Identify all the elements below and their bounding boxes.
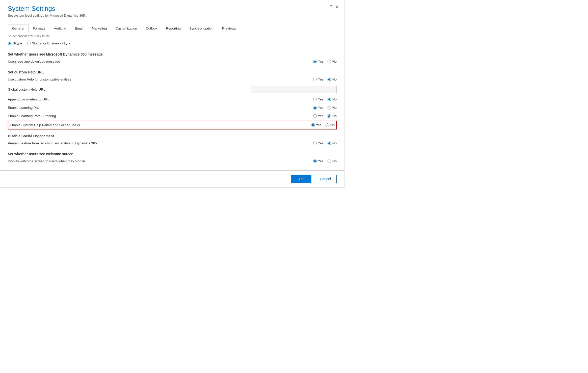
yes-radio-app_download[interactable] (313, 60, 317, 63)
yes-option-prevent_social_data[interactable]: Yes (313, 141, 324, 145)
setting-row-display_welcome: Display welcome screen to users when the… (8, 157, 337, 165)
no-radio-enable_learning_path_authoring[interactable] (328, 114, 331, 118)
setting-control-app_download: YesNo (296, 60, 337, 63)
setting-control-enable_custom_help_panes: YesNo (294, 123, 335, 127)
yes-option-app_download[interactable]: Yes (313, 60, 324, 63)
no-radio-enable_custom_help_panes[interactable] (326, 123, 329, 127)
section-social_engagement: Disable Social EngagementPrevent feature… (8, 134, 337, 147)
no-option-prevent_social_data[interactable]: No (328, 141, 337, 145)
setting-label-prevent_social_data: Prevent feature from receiving social da… (8, 141, 296, 145)
setting-label-enable_learning_path: Enable Learning Path (8, 106, 296, 110)
no-option-enable_custom_help_panes[interactable]: No (326, 123, 335, 127)
setting-row-prevent_social_data: Prevent feature from receiving social da… (8, 139, 337, 147)
yes-option-enable_learning_path[interactable]: Yes (313, 106, 324, 110)
tab-formats[interactable]: Formats (29, 24, 50, 32)
no-radio-use_custom_help[interactable] (328, 78, 331, 81)
setting-label-use_custom_help: Use custom Help for customizable entitie… (8, 77, 296, 81)
setting-label-app_download: Users see app download message (8, 60, 296, 63)
yes-radio-prevent_social_data[interactable] (313, 142, 317, 145)
setting-row-enable_learning_path_authoring: Enable Learning Path AuthoringYesNo (8, 112, 337, 120)
tab-outlook[interactable]: Outlook (141, 24, 162, 32)
tab-email[interactable]: Email (70, 24, 88, 32)
yes-radio-enable_learning_path_authoring[interactable] (313, 114, 317, 118)
yes-radio-enable_custom_help_panes[interactable] (311, 123, 315, 127)
tab-previews[interactable]: Previews (218, 24, 240, 32)
setting-control-prevent_social_data: YesNo (296, 141, 337, 145)
setting-label-enable_custom_help_panes: Enable Custom Help Panes and Guided Task… (10, 123, 294, 127)
skype-business-label: Skype for Business / Lync (32, 41, 71, 45)
no-option-enable_learning_path_authoring[interactable]: No (328, 114, 337, 118)
skype-option[interactable]: Skype (8, 41, 22, 45)
yes-option-enable_learning_path_authoring[interactable]: Yes (313, 114, 324, 118)
yes-radio-use_custom_help[interactable] (313, 78, 317, 81)
dialog-footer: OK Cancel (0, 170, 344, 187)
setting-row-append_params: Append parameters to URLYesNo (8, 95, 337, 103)
section-title-welcome_screen: Set whether users see welcome screen (8, 152, 337, 156)
no-radio-prevent_social_data[interactable] (328, 142, 331, 145)
tab-auditing[interactable]: Auditing (50, 24, 71, 32)
setting-control-display_welcome: YesNo (296, 159, 337, 163)
tab-reporting[interactable]: Reporting (162, 24, 185, 32)
yes-radio-append_params[interactable] (313, 98, 317, 101)
no-option-use_custom_help[interactable]: No (328, 77, 337, 81)
scroll-hint-text: Select provider for Click to call (8, 32, 337, 39)
click-to-call-row: Skype Skype for Business / Lync (8, 39, 337, 48)
skype-business-option[interactable]: Skype for Business / Lync (27, 41, 71, 45)
dialog-subtitle: Set system-level settings for Microsoft … (8, 14, 337, 17)
yes-option-append_params[interactable]: Yes (313, 97, 324, 101)
tab-customization[interactable]: Customization (111, 24, 141, 32)
no-option-display_welcome[interactable]: No (328, 159, 337, 163)
skype-label: Skype (13, 41, 22, 45)
dialog-title: System Settings (8, 5, 337, 13)
settings-content: Select provider for Click to call Skype … (0, 32, 344, 170)
setting-label-append_params: Append parameters to URL (8, 97, 296, 101)
tab-synchronization[interactable]: Synchronization (185, 24, 218, 32)
yes-option-use_custom_help[interactable]: Yes (313, 77, 324, 81)
setting-label-global_custom_help_url: Global custom Help URL (8, 88, 251, 91)
close-icon[interactable]: ✕ (335, 5, 339, 9)
dialog-controls: ? ✕ (330, 5, 339, 9)
section-custom_help_url: Set custom Help URLUse custom Help for c… (8, 70, 337, 129)
setting-row-enable_learning_path: Enable Learning PathYesNo (8, 103, 337, 112)
setting-row-global_custom_help_url: Global custom Help URL (8, 84, 337, 95)
section-title-custom_help_url: Set custom Help URL (8, 70, 337, 74)
no-radio-append_params[interactable] (328, 98, 331, 101)
yes-radio-enable_learning_path[interactable] (313, 106, 317, 110)
section-welcome_screen: Set whether users see welcome screenDisp… (8, 152, 337, 165)
yes-option-enable_custom_help_panes[interactable]: Yes (311, 123, 322, 127)
setting-control-enable_learning_path: YesNo (296, 106, 337, 110)
tab-bar: GeneralFormatsAuditingEmailMarketingCust… (0, 24, 344, 32)
setting-label-enable_learning_path_authoring: Enable Learning Path Authoring (8, 114, 296, 118)
yes-option-display_welcome[interactable]: Yes (313, 159, 324, 163)
setting-control-use_custom_help: YesNo (296, 77, 337, 81)
help-icon[interactable]: ? (330, 5, 332, 9)
no-option-enable_learning_path[interactable]: No (328, 106, 337, 110)
no-radio-app_download[interactable] (328, 60, 331, 63)
tab-general[interactable]: General (8, 24, 29, 32)
no-option-app_download[interactable]: No (328, 60, 337, 63)
section-title-social_engagement: Disable Social Engagement (8, 134, 337, 138)
section-title-dynamics_message: Set whether users see Microsoft Dynamics… (8, 52, 337, 56)
setting-row-enable_custom_help_panes: Enable Custom Help Panes and Guided Task… (8, 121, 337, 129)
setting-label-display_welcome: Display welcome screen to users when the… (8, 159, 296, 163)
ok-button[interactable]: OK (291, 175, 311, 183)
help-url-input[interactable] (251, 86, 337, 93)
skype-radio[interactable] (8, 42, 11, 45)
section-dynamics_message: Set whether users see Microsoft Dynamics… (8, 52, 337, 66)
cancel-button[interactable]: Cancel (314, 175, 337, 183)
no-radio-enable_learning_path[interactable] (328, 106, 331, 110)
no-radio-display_welcome[interactable] (328, 159, 331, 163)
setting-control-enable_learning_path_authoring: YesNo (296, 114, 337, 118)
sections-container: Set whether users see Microsoft Dynamics… (8, 52, 337, 165)
setting-control-append_params: YesNo (296, 97, 337, 101)
tab-marketing[interactable]: Marketing (88, 24, 111, 32)
setting-row-app_download: Users see app download messageYesNo (8, 57, 337, 66)
system-settings-dialog: System Settings Set system-level setting… (0, 0, 344, 188)
setting-row-use_custom_help: Use custom Help for customizable entitie… (8, 75, 337, 84)
setting-control-global_custom_help_url (251, 86, 337, 93)
no-option-append_params[interactable]: No (328, 97, 337, 101)
yes-radio-display_welcome[interactable] (313, 159, 317, 163)
dialog-header: System Settings Set system-level setting… (0, 0, 344, 20)
skype-business-radio[interactable] (27, 42, 31, 45)
